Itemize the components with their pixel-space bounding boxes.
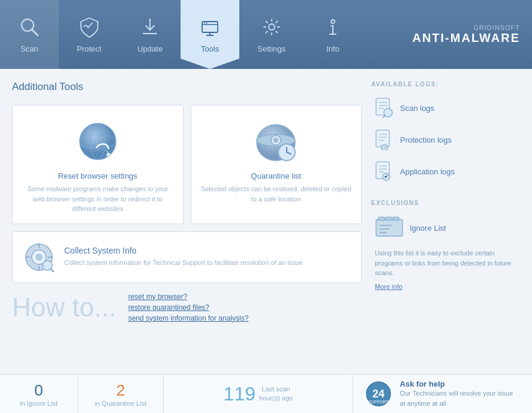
svg-text:SUPPORT: SUPPORT [368, 400, 389, 404]
svg-point-8 [269, 24, 275, 30]
stat-ignore: 0 in Ignore List [0, 375, 78, 413]
card-quarantine-desc: Selected objects can be restored, delete… [201, 184, 352, 204]
nav-settings[interactable]: Settings [239, 0, 303, 69]
stat-ignore-num: 0 [34, 381, 43, 400]
stat-scan-num: 119 [224, 383, 256, 405]
svg-rect-40 [376, 219, 402, 236]
application-log-label: Application logs [400, 167, 455, 176]
card-reset-title: Reset browser settings [58, 171, 137, 180]
nav-scan[interactable]: Scan [0, 0, 59, 69]
scan-log-label: Scan logs [400, 104, 434, 113]
help-desc: Our Technicians will resolve your issue … [400, 388, 520, 408]
log-application[interactable]: Application logs [371, 156, 520, 188]
svg-point-6 [204, 23, 205, 24]
ignore-desc: Using this list it is easy to exclude ce… [371, 245, 520, 281]
right-panel: AVAILABLE LOGS: Scan logs [371, 81, 520, 368]
stat-scan: 119 Last scanhour(s) ago [164, 375, 353, 413]
main-content: Additional Tools [0, 69, 532, 374]
log-scan[interactable]: Scan logs [371, 92, 520, 124]
howto-link-browser[interactable]: reset my browser? [128, 293, 249, 301]
protect-icon [78, 16, 101, 41]
stat-scan-label: Last scanhour(s) ago [259, 385, 293, 403]
svg-line-24 [50, 269, 53, 272]
stat-ignore-label: in Ignore List [20, 400, 58, 407]
more-info-link[interactable]: More info [371, 283, 406, 290]
protection-log-icon [375, 129, 394, 150]
howto-link-quarantine[interactable]: restore quarantined files? [128, 303, 249, 312]
svg-point-9 [331, 20, 335, 23]
stat-quarantine: 2 in Quarantine List [78, 375, 164, 413]
svg-point-7 [206, 23, 208, 24]
svg-point-16 [273, 138, 278, 143]
quarantine-icon [252, 117, 300, 165]
card-sysinfo[interactable]: Collect System Info Collect system infor… [12, 231, 362, 283]
exclusions-title: EXCLUSIONS [371, 200, 520, 206]
svg-rect-43 [393, 217, 399, 221]
nav-tools[interactable]: Tools [181, 0, 239, 69]
svg-line-30 [383, 116, 385, 117]
ignore-list-icon [375, 216, 404, 240]
nav-info-label: Info [326, 44, 339, 53]
scan-log-icon [375, 97, 394, 119]
nav-settings-label: Settings [257, 44, 285, 53]
sysinfo-icon [22, 240, 56, 274]
card-reset-browser[interactable]: Reset browser settings Some malware prog… [12, 105, 184, 224]
help-title: Ask for help [400, 379, 520, 388]
sysinfo-title: Collect System Info [64, 246, 303, 255]
tools-icon [199, 16, 221, 41]
svg-text:24: 24 [372, 388, 384, 400]
cards-row: Reset browser settings Some malware prog… [12, 105, 362, 224]
info-icon [321, 16, 344, 41]
settings-icon [260, 16, 283, 41]
svg-point-22 [35, 254, 43, 261]
svg-rect-42 [386, 217, 392, 221]
svg-line-1 [32, 29, 38, 35]
brand: GRIDINSOFT ANTI-MALWARE [412, 0, 532, 69]
card-quarantine-title: Quarantine list [251, 171, 301, 180]
nav-scan-label: Scan [20, 44, 38, 53]
help-icon: 24 SUPPORT [365, 381, 392, 407]
stat-quarantine-num: 2 [116, 381, 125, 400]
howto-link-sysinfo[interactable]: send system information for analysis? [128, 314, 249, 322]
left-panel: Additional Tools [12, 81, 362, 368]
nav-protect[interactable]: Protect [59, 0, 119, 69]
log-protection[interactable]: Protection logs [371, 124, 520, 156]
update-icon [139, 16, 161, 41]
protection-log-label: Protection logs [400, 135, 452, 144]
card-reset-desc: Some malware programs make changes to yo… [22, 184, 173, 214]
ignore-list-item[interactable]: Ignore List [371, 211, 520, 245]
brand-title: ANTI-MALWARE [412, 31, 520, 45]
card-quarantine[interactable]: Quarantine list Selected objects can be … [191, 105, 362, 224]
logs-section: AVAILABLE LOGS: Scan logs [371, 81, 520, 188]
status-bar: 0 in Ignore List 2 in Quarantine List 11… [0, 374, 532, 413]
howto-links: reset my browser? restore quarantined fi… [128, 293, 249, 322]
nav-info[interactable]: Info [303, 0, 362, 69]
section-title: Additional Tools [12, 81, 362, 93]
scan-icon [18, 16, 41, 41]
logs-title: AVAILABLE LOGS: [371, 81, 520, 88]
svg-rect-41 [378, 217, 384, 221]
application-log-icon [375, 161, 394, 182]
nav-tools-label: Tools [201, 44, 219, 53]
howto-label: How to... [12, 293, 116, 322]
help-item: 24 SUPPORT Ask for help Our Technicians … [353, 375, 532, 413]
nav-update-label: Update [137, 44, 163, 53]
nav-bar: Scan Protect Update Tools [0, 0, 532, 69]
browser-icon [74, 117, 122, 165]
stat-quarantine-label: in Quarantine List [95, 400, 146, 407]
brand-subtitle: GRIDINSOFT [473, 24, 520, 31]
ignore-list-label: Ignore List [410, 224, 446, 233]
sysinfo-desc: Collect system information for Technical… [64, 258, 303, 268]
nav-protect-label: Protect [77, 44, 101, 53]
howto-section: How to... reset my browser? restore quar… [12, 293, 362, 322]
exclusions-section: EXCLUSIONS Ignore List Using this list [371, 200, 520, 291]
svg-rect-31 [376, 130, 389, 147]
nav-update[interactable]: Update [119, 0, 181, 69]
